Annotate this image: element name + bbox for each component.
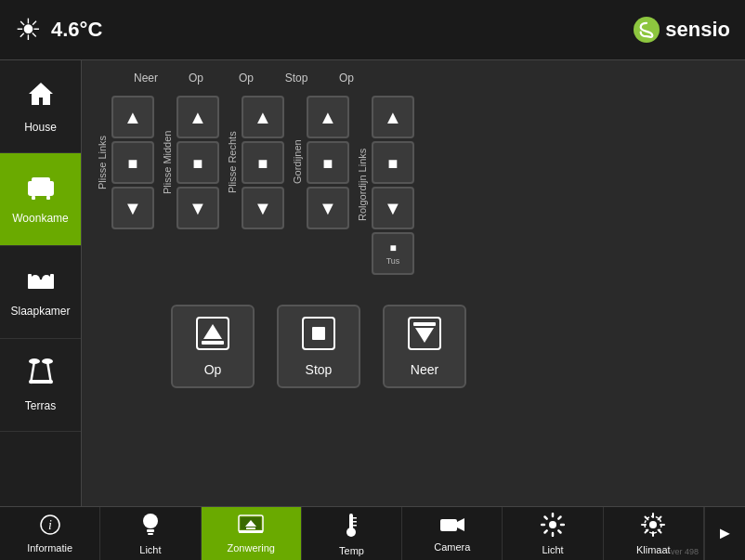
svg-rect-40 bbox=[440, 519, 457, 531]
gordijnen-up-btn[interactable] bbox=[307, 96, 349, 138]
arrow-down-icon bbox=[189, 198, 207, 219]
plisse-midden-label: Plisse Midden bbox=[162, 132, 173, 192]
rolgordijn-stop-btn[interactable] bbox=[372, 141, 414, 184]
header: ☀ 4.6°C sensio bbox=[0, 0, 745, 60]
nav-klimaat-label: Klimaat bbox=[636, 544, 671, 555]
sidebar-item-woonkamer[interactable]: Woonkame bbox=[0, 153, 81, 246]
nav-temp[interactable]: Temp bbox=[302, 507, 402, 560]
plisse-links-stop-btn[interactable] bbox=[111, 141, 154, 184]
licht1-icon bbox=[140, 513, 161, 542]
sidebar-item-terras-label: Terras bbox=[25, 399, 56, 412]
plisse-midden-stop-btn[interactable] bbox=[176, 141, 219, 184]
plisse-links-label: Plisse Links bbox=[97, 132, 108, 192]
gordijnen-down-btn[interactable] bbox=[307, 187, 349, 229]
rolgordijn-tus-btn[interactable]: Tus bbox=[372, 232, 414, 275]
col-header-neer: Neer bbox=[124, 72, 167, 85]
slaapkamer-icon bbox=[26, 267, 56, 299]
nav-zonwering[interactable]: Zonwering bbox=[202, 507, 302, 560]
tus-label: Tus bbox=[386, 256, 400, 266]
svg-point-14 bbox=[29, 358, 40, 364]
terras-icon bbox=[27, 358, 55, 394]
sidebar-item-house[interactable]: House bbox=[0, 60, 81, 153]
sidebar: House Woonkame bbox=[0, 60, 82, 506]
sidebar-item-slaapkamer[interactable]: Slaapkamer bbox=[0, 246, 81, 339]
large-neer-btn[interactable]: Neer bbox=[383, 305, 466, 388]
rolgordijn-down-btn[interactable] bbox=[372, 187, 414, 229]
chevron-right-icon: ► bbox=[717, 524, 734, 543]
rolgordijn-up-btn[interactable] bbox=[372, 96, 414, 138]
sensio-text: sensio bbox=[665, 18, 730, 42]
svg-line-58 bbox=[659, 516, 661, 519]
svg-rect-24 bbox=[413, 322, 436, 326]
svg-line-47 bbox=[545, 516, 547, 518]
plisse-midden-down-btn[interactable] bbox=[176, 187, 219, 229]
plisse-rechts-down-btn[interactable] bbox=[242, 187, 284, 229]
nav-licht2[interactable]: Licht bbox=[503, 507, 603, 560]
stop-icon bbox=[258, 152, 268, 174]
tus-square-icon bbox=[389, 241, 396, 254]
col-header-stop: Stop bbox=[275, 72, 318, 85]
large-op-label: Op bbox=[204, 362, 222, 377]
gordijnen-stop-btn[interactable] bbox=[307, 141, 349, 184]
svg-rect-28 bbox=[147, 529, 154, 532]
svg-line-50 bbox=[545, 530, 547, 532]
svg-rect-34 bbox=[246, 527, 255, 529]
svg-line-49 bbox=[558, 516, 560, 518]
svg-point-11 bbox=[42, 275, 51, 284]
svg-rect-37 bbox=[353, 517, 357, 519]
svg-marker-0 bbox=[29, 83, 53, 105]
nav-camera[interactable]: Camera bbox=[402, 507, 503, 560]
svg-marker-18 bbox=[203, 324, 222, 339]
svg-text:i: i bbox=[48, 518, 52, 532]
col-header-op2: Op bbox=[225, 72, 268, 85]
gordijnen-label: Gordijnen bbox=[292, 132, 303, 192]
plisse-midden-up-btn[interactable] bbox=[176, 96, 219, 138]
plisse-rechts-stop-btn[interactable] bbox=[242, 141, 284, 184]
stop-icon bbox=[388, 152, 399, 174]
zonwering-icon bbox=[238, 514, 264, 540]
blinds-controls: Plisse Links Plisse Midden bbox=[97, 96, 730, 279]
svg-rect-9 bbox=[50, 274, 54, 289]
large-op-btn[interactable]: Op bbox=[171, 305, 255, 388]
plisse-links-down-btn[interactable] bbox=[111, 187, 154, 229]
sun-icon: ☀ bbox=[15, 12, 42, 47]
svg-point-10 bbox=[31, 275, 40, 284]
woonkamer-icon bbox=[26, 174, 56, 206]
nav-licht2-label: Licht bbox=[542, 544, 563, 555]
plisse-rechts-up-btn[interactable] bbox=[242, 96, 284, 138]
camera-icon bbox=[439, 515, 465, 540]
svg-rect-21 bbox=[312, 327, 325, 340]
large-op-icon bbox=[196, 317, 229, 357]
stop-icon bbox=[193, 152, 203, 174]
large-stop-btn[interactable]: Stop bbox=[277, 305, 360, 388]
house-icon bbox=[26, 79, 56, 115]
sidebar-item-terras[interactable]: Terras bbox=[0, 339, 81, 432]
arrow-down-icon bbox=[254, 198, 272, 219]
arrow-up-icon bbox=[124, 107, 142, 128]
large-neer-icon bbox=[408, 317, 441, 357]
arrow-up-icon bbox=[189, 107, 207, 128]
arrow-down-icon bbox=[384, 198, 402, 219]
nav-informatie[interactable]: i Informatie bbox=[0, 507, 100, 560]
svg-point-36 bbox=[346, 527, 356, 537]
nav-licht1[interactable]: Licht bbox=[100, 507, 201, 560]
svg-rect-4 bbox=[32, 177, 50, 187]
content-area: Neer Op Op Stop Op Plisse Links bbox=[82, 60, 745, 506]
stop-icon bbox=[323, 152, 333, 174]
svg-rect-5 bbox=[32, 196, 35, 200]
licht2-icon bbox=[541, 513, 565, 542]
nav-next-arrow[interactable]: ► bbox=[704, 507, 745, 560]
sidebar-item-woonkamer-label: Woonkame bbox=[12, 212, 68, 225]
plisse-links-up-btn[interactable] bbox=[111, 96, 154, 138]
arrow-up-icon bbox=[384, 107, 402, 128]
svg-rect-38 bbox=[353, 521, 357, 523]
sensio-s-icon bbox=[634, 17, 660, 43]
nav-camera-label: Camera bbox=[434, 541, 470, 553]
sensio-logo: sensio bbox=[634, 17, 730, 43]
rolgordijn-links-label: Rolgordijn Links bbox=[357, 154, 368, 215]
svg-point-15 bbox=[42, 358, 53, 364]
temperature-display: 4.6°C bbox=[51, 18, 102, 42]
main-layout: House Woonkame bbox=[0, 60, 745, 506]
svg-rect-32 bbox=[239, 530, 263, 533]
svg-rect-19 bbox=[202, 341, 224, 345]
